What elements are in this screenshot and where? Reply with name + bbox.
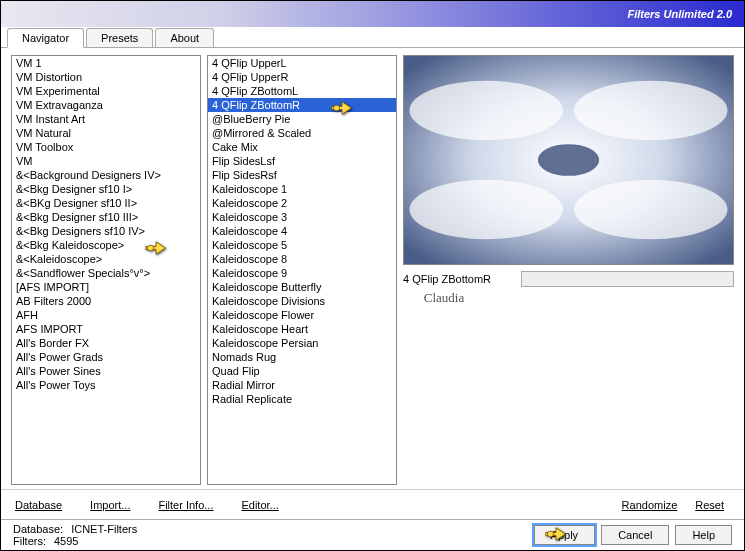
list-item[interactable]: Nomads Rug [208,350,396,364]
filter-list[interactable]: 4 QFlip UpperL4 QFlip UpperR4 QFlip ZBot… [207,55,397,485]
tab-navigator[interactable]: Navigator [7,28,84,48]
filter-info-button[interactable]: Filter Info... [158,499,213,511]
list-item[interactable]: Kaleidoscope 9 [208,266,396,280]
list-item[interactable]: All's Border FX [12,336,200,350]
parameter-label: 4 QFlip ZBottomR [403,273,513,285]
list-item[interactable]: Kaleidoscope 5 [208,238,396,252]
import-button[interactable]: Import... [90,499,130,511]
preview-image [404,56,733,264]
list-item[interactable]: &<Bkg Designer sf10 III> [12,210,200,224]
list-item[interactable]: &<Bkg Designer sf10 I> [12,182,200,196]
list-item[interactable]: Kaleidoscope 1 [208,182,396,196]
list-item[interactable]: VM Experimental [12,84,200,98]
list-item[interactable]: &<Background Designers IV> [12,168,200,182]
editor-button[interactable]: Editor... [241,499,278,511]
help-button[interactable]: Help [675,525,732,545]
list-item[interactable]: AFH [12,308,200,322]
reset-button[interactable]: Reset [695,499,724,511]
list-item[interactable]: Kaleidoscope 2 [208,196,396,210]
list-item[interactable]: VM Distortion [12,70,200,84]
parameter-slider[interactable] [521,271,734,287]
svg-point-4 [574,180,728,239]
list-item[interactable]: Radial Mirror [208,378,396,392]
list-item[interactable]: @Mirrored & Scaled [208,126,396,140]
randomize-button[interactable]: Randomize [622,499,678,511]
parameter-row: 4 QFlip ZBottomR [403,271,734,287]
list-item[interactable]: Kaleidoscope Butterfly [208,280,396,294]
list-item[interactable]: &<Bkg Kaleidoscope> [12,238,200,252]
list-item[interactable]: Cake Mix [208,140,396,154]
list-item[interactable]: AFS IMPORT [12,322,200,336]
list-item[interactable]: Kaleidoscope 8 [208,252,396,266]
list-item[interactable]: All's Power Toys [12,378,200,392]
list-item[interactable]: VM Natural [12,126,200,140]
list-item[interactable]: 4 QFlip ZBottomR [208,98,396,112]
status-bar: Database:ICNET-Filters Filters:4595 Appl… [1,519,744,549]
list-item[interactable]: Kaleidoscope 3 [208,210,396,224]
status-filters-label: Filters: [13,535,46,547]
list-item[interactable]: VM Toolbox [12,140,200,154]
list-item[interactable]: Flip SidesLsf [208,154,396,168]
status-info: Database:ICNET-Filters Filters:4595 [13,523,137,547]
list-item[interactable]: @BlueBerry Pie [208,112,396,126]
preview-panel [403,55,734,265]
svg-point-5 [538,144,599,176]
list-item[interactable]: All's Power Sines [12,364,200,378]
list-item[interactable]: Kaleidoscope Persian [208,336,396,350]
list-item[interactable]: VM [12,154,200,168]
status-db-value: ICNET-Filters [71,523,137,535]
apply-button[interactable]: Apply [534,525,596,545]
list-item[interactable]: VM Instant Art [12,112,200,126]
list-item[interactable]: Flip SidesRsf [208,168,396,182]
list-item[interactable]: VM 1 [12,56,200,70]
action-bar: Database Import... Filter Info... Editor… [1,489,744,519]
status-db-label: Database: [13,523,63,535]
list-item[interactable]: VM Extravaganza [12,98,200,112]
list-item[interactable]: [AFS IMPORT] [12,280,200,294]
database-button[interactable]: Database [15,499,62,511]
list-item[interactable]: 4 QFlip UpperR [208,70,396,84]
svg-point-2 [574,81,728,140]
list-item[interactable]: Quad Flip [208,364,396,378]
list-item[interactable]: Kaleidoscope Flower [208,308,396,322]
svg-point-1 [409,81,563,140]
tab-about[interactable]: About [155,28,214,47]
list-item[interactable]: 4 QFlip UpperL [208,56,396,70]
list-item[interactable]: Kaleidoscope Heart [208,322,396,336]
list-item[interactable]: &<BKg Designer sf10 II> [12,196,200,210]
category-list[interactable]: VM 1VM DistortionVM ExperimentalVM Extra… [11,55,201,485]
list-item[interactable]: Radial Replicate [208,392,396,406]
tab-strip: NavigatorPresetsAbout [1,26,744,48]
list-item[interactable]: &<Sandflower Specials°v°> [12,266,200,280]
title-bar: Filters Unlimited 2.0 [1,1,744,27]
status-filters-value: 4595 [54,535,78,547]
list-item[interactable]: &<Bkg Designers sf10 IV> [12,224,200,238]
list-item[interactable]: &<Kaleidoscope> [12,252,200,266]
svg-point-3 [409,180,563,239]
list-item[interactable]: Kaleidoscope 4 [208,224,396,238]
cancel-button[interactable]: Cancel [601,525,669,545]
list-item[interactable]: AB Filters 2000 [12,294,200,308]
list-item[interactable]: 4 QFlip ZBottomL [208,84,396,98]
list-item[interactable]: All's Power Grads [12,350,200,364]
list-item[interactable]: Kaleidoscope Divisions [208,294,396,308]
app-title: Filters Unlimited 2.0 [627,8,732,20]
tab-presets[interactable]: Presets [86,28,153,47]
